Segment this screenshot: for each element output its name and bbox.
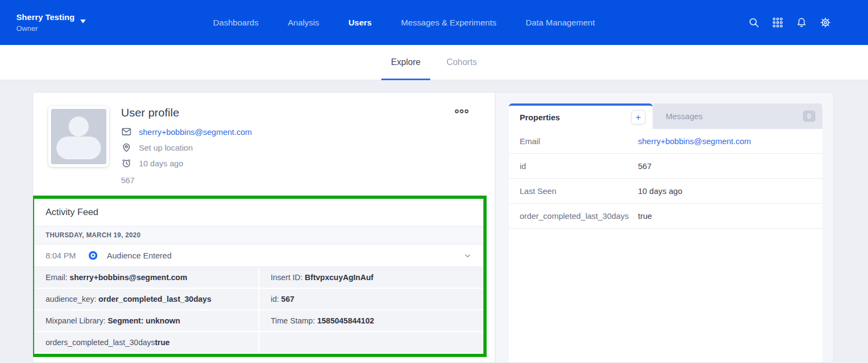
event-property-cell: orders_completed_last_30daystrue [34,332,258,353]
profile-info: User profile sherry+bobbins@segment.com [121,106,252,185]
event-property-value: 1585045844102 [317,316,374,325]
topbar-icons [748,17,831,28]
subnav-tabs: Explore Cohorts [0,45,868,80]
activity-event-row[interactable]: 8:04 PM Audience Entered [34,244,483,267]
property-row: id 567 [509,154,822,179]
page-title: User profile [121,106,252,119]
event-property-cell: Insert ID: BftvpxcuyAgInAuf [259,267,483,288]
subnav-tab[interactable]: Explore [391,45,420,80]
location-pin-icon [121,142,132,153]
main-nav: Dashboards Analysis Users Messages & Exp… [213,18,595,28]
tab-messages[interactable]: Messages 0 [653,103,822,129]
profile-email-row: sherry+bobbins@segment.com [121,126,252,137]
chevron-down-icon[interactable] [463,251,472,260]
project-name[interactable]: Sherry Testing [16,12,74,22]
user-profile-card: User profile sherry+bobbins@segment.com [33,93,495,196]
event-name: Audience Entered [107,251,171,260]
event-property-label: Mixpanel Library: [46,316,107,325]
notifications-bell-icon[interactable] [796,17,807,28]
profile-last-seen-row: 10 days ago [121,158,252,168]
properties-tabbar: Properties + Messages 0 [509,103,822,129]
event-property-label: audience_key: [46,295,99,303]
property-key: Last Seen [520,186,638,196]
activity-feed-title: Activity Feed [34,199,483,226]
nav-item[interactable]: Users [348,18,372,28]
subnav-tab[interactable]: Cohorts [446,45,477,80]
set-up-location-link[interactable]: Set up location [139,143,193,152]
property-row: Email sherry+bobbins@segment.com [509,129,822,154]
property-value: 567 [638,161,652,171]
event-property-cell: Email: sherry+bobbins@segment.com [34,267,258,288]
nav-item[interactable]: Analysis [288,18,319,28]
profile-email-link[interactable]: sherry+bobbins@segment.com [139,127,252,137]
event-property-cell: Time Stamp: 1585045844102 [259,310,483,331]
event-time: 8:04 PM [46,251,88,260]
alarm-clock-icon [121,158,132,168]
event-property-value: Segment: unknown [107,316,180,325]
profile-location-row: Set up location [121,142,252,153]
event-property-label: Time Stamp: [271,316,317,325]
property-row: Last Seen 10 days ago [509,179,822,204]
event-property-label: Email: [46,273,69,282]
property-key: Email [520,137,638,146]
event-property-cell: id: 567 [259,289,483,309]
event-property-label: orders_completed_last_30days [46,338,155,347]
profile-distinct-id: 567 [121,176,252,185]
event-property-value: BftvpxcuyAgInAuf [305,273,373,282]
profile-last-seen: 10 days ago [139,159,183,168]
event-property-value: 567 [281,295,294,303]
property-value: 10 days ago [638,186,682,196]
avatar-placeholder-icon [51,109,106,164]
properties-table: Email sherry+bobbins@segment.com id 567 … [509,129,822,362]
event-type-icon [88,251,98,260]
left-column: User profile sherry+bobbins@segment.com [33,93,495,362]
more-options-button[interactable] [455,109,469,114]
nav-item[interactable]: Data Management [526,18,595,28]
avatar [48,106,109,167]
property-value[interactable]: sherry+bobbins@segment.com [638,137,751,146]
settings-gear-icon[interactable] [820,17,831,28]
properties-panel: Properties + Messages 0 Email sherry+bob… [509,103,822,362]
tab-properties[interactable]: Properties + [509,103,653,129]
search-icon[interactable] [748,17,760,28]
event-properties-grid: Email: sherry+bobbins@segment.com Insert… [34,267,483,354]
user-detail-container: User profile sherry+bobbins@segment.com [33,92,834,363]
activity-feed-highlight: Activity Feed THURSDAY, MARCH 19, 2020 8… [33,196,487,357]
messages-count-badge: 0 [803,111,815,122]
event-property-cell: audience_key: order_completed_last_30day… [34,289,258,309]
add-property-button[interactable]: + [631,110,646,125]
event-property-label: id: [271,295,281,303]
project-switcher[interactable]: Sherry Testing Owner [16,12,86,33]
top-navigation-bar: Sherry Testing Owner Dashboards Analysis… [0,0,868,45]
event-property-label: Insert ID: [271,273,305,282]
main-content: User profile sherry+bobbins@segment.com [0,92,868,363]
property-row: order_completed_last_30days true [509,204,822,229]
tab-messages-label: Messages [666,112,703,121]
apps-grid-icon[interactable] [772,17,783,28]
event-property-value: order_completed_last_30days [99,295,212,303]
activity-feed: Activity Feed THURSDAY, MARCH 19, 2020 8… [34,199,483,354]
nav-item[interactable]: Dashboards [213,18,259,28]
property-key: order_completed_last_30days [520,211,638,221]
property-value: true [638,211,652,221]
tab-properties-label: Properties [520,113,560,122]
activity-date-header: THURSDAY, MARCH 19, 2020 [34,226,483,244]
property-key: id [520,161,638,171]
event-property-cell: Mixpanel Library: Segment: unknown [34,310,258,331]
envelope-icon [121,126,132,137]
right-column: Properties + Messages 0 Email sherry+bob… [495,93,833,362]
event-property-value: true [155,338,170,347]
caret-down-icon [80,16,86,20]
event-property-value: sherry+bobbins@segment.com [69,273,187,282]
nav-item[interactable]: Messages & Experiments [401,18,496,28]
project-role: Owner [16,24,86,33]
